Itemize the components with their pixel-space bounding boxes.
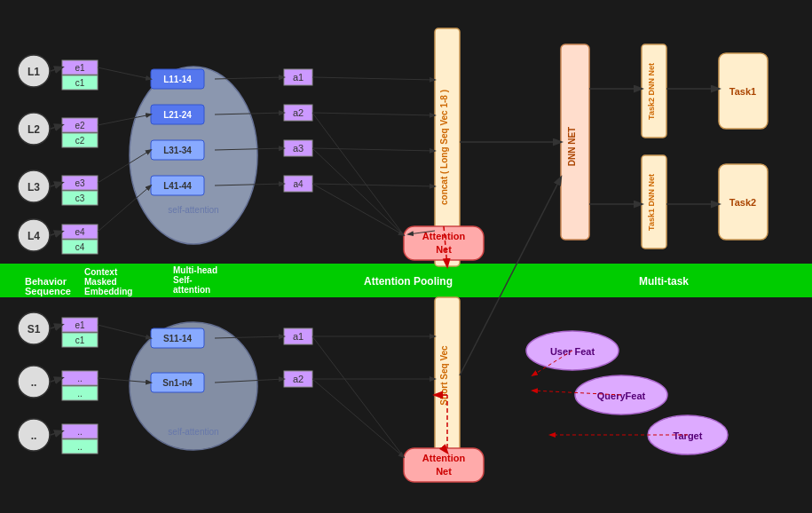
attention-net-top-label: Attention — [422, 231, 466, 241]
e2-box: e2 — [75, 121, 85, 130]
l31-34-label: L31-34 — [163, 146, 192, 155]
bdot4-box: .. — [77, 442, 83, 452]
l21-24-label: L21-24 — [163, 110, 192, 120]
sn1-n4-label: Sn1-n4 — [162, 378, 193, 388]
attention-net-bottom-label: Attention — [422, 453, 466, 463]
e3-box: e3 — [75, 178, 85, 188]
self-attention-bottom-label: self-attention — [168, 427, 218, 437]
bc1-box: c1 — [75, 335, 85, 345]
self-attention-top-label: self-attention — [168, 205, 218, 215]
svg-text:Context: Context — [84, 267, 118, 277]
svg-text:attention: attention — [173, 285, 210, 295]
bdot1-box: .. — [77, 374, 83, 383]
dot1-label: .. — [31, 376, 37, 389]
be1-box: e1 — [75, 320, 85, 330]
l11-14-label: L11-14 — [163, 75, 192, 84]
a2-top-label: a2 — [293, 107, 304, 118]
svg-text:Net: Net — [436, 466, 452, 477]
a2-bottom-label: a2 — [293, 374, 304, 384]
e4-box: e4 — [75, 227, 85, 237]
a3-top-label: a3 — [293, 143, 304, 154]
a1-bottom-label: a1 — [293, 331, 304, 342]
svg-text:Sequence: Sequence — [25, 286, 71, 296]
task2-dnn-label: Task2 DNN Net — [647, 63, 656, 120]
l4-label: L4 — [28, 230, 40, 242]
l41-44-label: L41-44 — [163, 181, 192, 191]
task1-dnn-label: Task1 DNN Net — [647, 174, 656, 231]
bdot2-box: .. — [77, 389, 83, 399]
svg-text:Multi-task: Multi-task — [639, 275, 689, 288]
s11-14-label: S11-14 — [163, 334, 193, 343]
svg-text:Embedding: Embedding — [84, 287, 132, 296]
task1-output-label: Task1 — [729, 86, 756, 97]
svg-text:Masked: Masked — [84, 277, 117, 287]
concat-label: concat ( Long Seq Vec 1-8 ) — [439, 90, 449, 205]
svg-text:Multi-head: Multi-head — [173, 265, 217, 275]
dot2-label: .. — [31, 430, 37, 442]
bdot3-box: .. — [77, 427, 83, 437]
c3-box: c3 — [75, 193, 85, 203]
c2-box: c2 — [75, 136, 85, 146]
c1-box: c1 — [75, 78, 85, 88]
svg-text:Attention Pooling: Attention Pooling — [364, 275, 453, 288]
e1-box: e1 — [75, 63, 85, 73]
l3-label: L3 — [28, 181, 40, 193]
query-feat-label: QueryFeat — [597, 391, 646, 401]
a1-top-label: a1 — [293, 72, 304, 83]
c4-box: c4 — [75, 242, 85, 252]
architecture-diagram: Behavior Sequence Context Masked Embeddi… — [0, 0, 812, 513]
diagram-container: Behavior Sequence Context Masked Embeddi… — [0, 0, 812, 513]
svg-text:Net: Net — [436, 244, 452, 255]
l2-label: L2 — [28, 123, 40, 136]
user-feat-label: User Feat — [550, 346, 595, 357]
s1-label: S1 — [28, 323, 41, 335]
a4-top-label: a4 — [293, 179, 304, 189]
task2-output-label: Task2 — [729, 197, 756, 208]
dnn-net-label: DNN NET — [567, 127, 577, 166]
svg-text:Self-: Self- — [173, 275, 193, 285]
target-label: Target — [674, 430, 703, 441]
l1-label: L1 — [28, 66, 40, 78]
